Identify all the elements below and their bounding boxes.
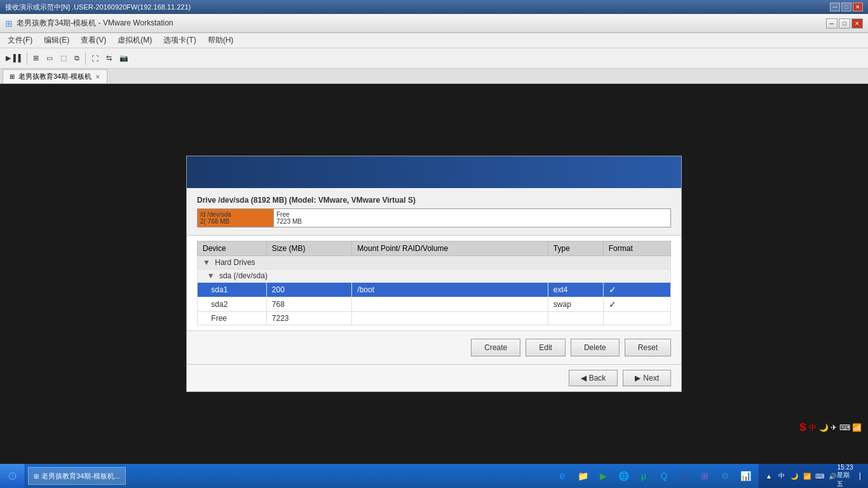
create-button[interactable]: Create	[471, 339, 520, 356]
sda-header-label: ▼ sda (/dev/sda)	[198, 269, 671, 283]
buttons-area: Create Edit Delete Reset	[187, 330, 681, 364]
toolbar-power[interactable]: ▶▐▐	[3, 51, 24, 66]
sda-expand-icon: ▼	[207, 271, 215, 280]
taskbar-utorrent-icon[interactable]: μ	[635, 468, 652, 484]
tray-show-desktop[interactable]: ▕	[853, 471, 863, 481]
menu-view[interactable]: 查看(V)	[76, 34, 111, 47]
sda2-device: sda2	[198, 297, 267, 312]
toolbar-sep-1	[27, 52, 27, 65]
taskbar-vmware-icon[interactable]: ⊞	[696, 468, 713, 484]
sda1-type: ext4	[548, 283, 603, 297]
back-arrow-icon: ◀	[581, 374, 587, 383]
tab-label: 老男孩教育34期-模板机	[18, 72, 92, 81]
menu-tab[interactable]: 选项卡(T)	[158, 34, 201, 47]
toolbar-fullscreen[interactable]: ⛶	[88, 51, 102, 66]
table-row[interactable]: Free 7223	[198, 312, 671, 325]
delete-button[interactable]: Delete	[571, 339, 620, 356]
toolbar-view2[interactable]: ▭	[43, 51, 56, 66]
menu-vm[interactable]: 虚拟机(M)	[112, 34, 157, 47]
tray-moon-icon[interactable]: 🌙	[789, 471, 799, 481]
tray-wifi-icon[interactable]: 📶	[802, 471, 812, 481]
sda1-format: ✓	[603, 283, 670, 297]
taskbar-item-icon: ⊞	[34, 473, 39, 480]
disk-segment-free: Free 7223 MB	[274, 209, 670, 227]
checkmark-icon: ✓	[609, 299, 616, 309]
tab-bar: ⊞ 老男孩教育34期-模板机 ✕	[0, 69, 868, 84]
menu-help[interactable]: 帮助(H)	[203, 34, 239, 47]
taskbar: ⊙ ⊞ 老男孩教育34期-模板机... e 📁 ▶ 🌐 μ Q W ⊞ ⚙ 📊 …	[0, 464, 868, 488]
installer-panel: Drive /dev/sda (8192 MB) (Model: VMware,…	[186, 156, 682, 392]
sda-header-row: ▼ sda (/dev/sda)	[198, 269, 671, 283]
reset-button[interactable]: Reset	[625, 339, 671, 356]
taskbar-vm-item[interactable]: ⊞ 老男孩教育34期-模板机...	[28, 467, 126, 485]
edit-button[interactable]: Edit	[526, 339, 566, 356]
vmware-close[interactable]: ✕	[851, 18, 863, 29]
vm-tab[interactable]: ⊞ 老男孩教育34期-模板机 ✕	[3, 69, 107, 83]
sda2-mount	[352, 297, 548, 312]
tray-ime-icon[interactable]: 中	[776, 471, 787, 481]
start-button[interactable]: ⊙	[0, 464, 25, 488]
toolbar-view4[interactable]: ⧉	[71, 51, 83, 66]
tray-volume-icon[interactable]: 🔊	[827, 471, 837, 481]
col-mount: Mount Point/ RAID/Volume	[352, 241, 548, 256]
taskbar-qq-icon[interactable]: Q	[656, 468, 672, 484]
next-button[interactable]: ▶ Next	[623, 370, 671, 386]
tray-keyboard-icon[interactable]: ⌨	[815, 471, 825, 481]
back-button[interactable]: ◀ Back	[569, 370, 618, 386]
taskbar-word-icon[interactable]: W	[676, 468, 693, 484]
disk-title: Drive /dev/sda (8192 MB) (Model: VMware,…	[197, 196, 671, 205]
toolbar-view1[interactable]: ⊞	[30, 51, 42, 66]
toolbar-usb[interactable]: ⇆	[103, 51, 115, 66]
taskbar-items: ⊞ 老男孩教育34期-模板机...	[25, 464, 549, 488]
taskbar-media-icon[interactable]: ▶	[595, 468, 611, 484]
minimize-button[interactable]: ─	[830, 3, 840, 11]
table-row[interactable]: sda1 200 /boot ext4 ✓	[198, 283, 671, 297]
toolbar-view3[interactable]: ⬚	[57, 51, 70, 66]
tab-close-icon[interactable]: ✕	[95, 74, 100, 80]
menu-edit[interactable]: 编辑(E)	[39, 34, 74, 47]
partition-table: Device Size (MB) Mount Point/ RAID/Volum…	[197, 241, 671, 325]
toolbar-sep-2	[85, 52, 86, 65]
menu-file[interactable]: 文件(F)	[3, 34, 37, 47]
toolbar-snap[interactable]: 📷	[116, 51, 132, 66]
taskbar-apps: e 📁 ▶ 🌐 μ Q W ⊞ ⚙ 📊	[549, 468, 759, 484]
sda-size: 2( 768 MB	[200, 218, 271, 225]
vmware-minimize[interactable]: ─	[826, 18, 837, 29]
hard-drives-row: ▼ Hard Drives	[198, 256, 671, 269]
vmware-maximize[interactable]: □	[839, 18, 850, 29]
col-device: Device	[198, 241, 267, 256]
vmware-titlebar: ⊞ 老男孩教育34期-模板机 - VMware Workstation ─ □ …	[0, 14, 868, 33]
system-tray: ▲ 中 🌙 📶 ⌨ 🔊 15:23 星期五 ▕	[759, 464, 868, 488]
tray-time[interactable]: 15:23 星期五	[840, 471, 850, 481]
taskbar-ie-icon[interactable]: e	[554, 468, 571, 484]
checkmark-icon: ✓	[609, 285, 616, 295]
brand-icons: 🌙 ✈ ⌨ 📶	[819, 423, 862, 432]
free-size: 7223 MB	[276, 218, 668, 225]
free-type	[548, 312, 603, 325]
hard-drives-text: Hard Drives	[215, 258, 255, 267]
vmware-titlebar-controls: ─ □ ✕	[826, 18, 863, 29]
taskbar-folder-icon[interactable]: 📁	[574, 468, 591, 484]
sda-label: /d /dev/sda	[200, 211, 271, 218]
installer-header	[187, 156, 681, 188]
toolbar: ▶▐▐ ⊞ ▭ ⬚ ⧉ ⛶ ⇆ 📷	[0, 48, 868, 69]
next-arrow-icon: ▶	[635, 374, 641, 383]
table-row[interactable]: sda2 768 swap ✓	[198, 297, 671, 312]
sda1-size: 200	[266, 283, 352, 297]
vmware-title-left: ⊞ 老男孩教育34期-模板机 - VMware Workstation	[5, 18, 173, 29]
close-button[interactable]: ✕	[853, 3, 863, 11]
brand-s-icon: S	[799, 422, 806, 433]
taskbar-chrome-icon[interactable]: 🌐	[615, 468, 632, 484]
sda2-format: ✓	[603, 297, 670, 312]
free-label: Free	[276, 211, 668, 218]
disk-bar: /d /dev/sda 2( 768 MB Free 7223 MB	[197, 208, 671, 227]
sda-header-text: sda (/dev/sda)	[219, 271, 268, 280]
power-icon: ▶▐▐	[6, 54, 21, 62]
taskbar-settings-icon[interactable]: ⚙	[717, 468, 733, 484]
title-bar: 接收演示或示范中[N] .USER-20160920FW(192.168.11.…	[0, 0, 868, 14]
free-mount	[352, 312, 548, 325]
disk-segment-sda: /d /dev/sda 2( 768 MB	[198, 209, 274, 227]
tray-arrow-icon[interactable]: ▲	[764, 471, 774, 481]
taskbar-chart-icon[interactable]: 📊	[737, 468, 754, 484]
maximize-button[interactable]: □	[841, 3, 851, 11]
